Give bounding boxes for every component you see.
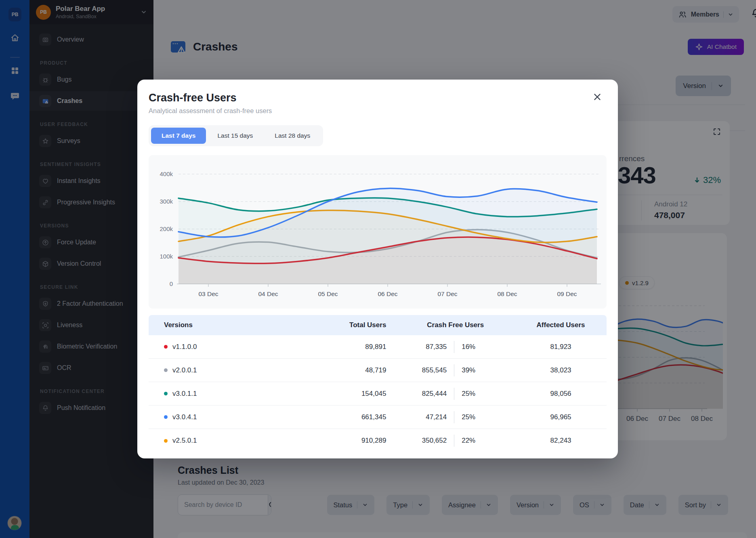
modal-title: Crash-free Users — [149, 92, 607, 104]
version-cell: v1.1.0.0 — [172, 343, 197, 351]
affected-users-cell: 81,923 — [515, 343, 607, 351]
table-header-row: Versions Total Users Crash Free Users Af… — [149, 315, 607, 335]
svg-text:09 Dec: 09 Dec — [557, 290, 577, 297]
series-dot — [164, 415, 168, 419]
series-dot — [164, 392, 168, 395]
table-row[interactable]: v3.0.4.1 661,345 47,214 25% 96,965 — [149, 406, 607, 429]
total-users-cell: 89,891 — [300, 343, 396, 351]
total-users-cell: 154,045 — [300, 390, 396, 398]
crash-free-pct-cell: 39% — [454, 366, 515, 374]
modal-subtitle: Analytical assessment of crash-free user… — [149, 107, 607, 115]
svg-text:200k: 200k — [160, 225, 173, 232]
total-users-cell: 910,289 — [300, 437, 396, 445]
series-dot — [164, 439, 168, 443]
series-dot — [164, 345, 168, 349]
table-row[interactable]: v3.0.1.1 154,045 825,444 25% 98,056 — [149, 382, 607, 406]
svg-text:300k: 300k — [160, 198, 173, 205]
total-users-cell: 661,345 — [300, 413, 396, 421]
crash-free-pct-cell: 16% — [454, 343, 515, 351]
total-users-cell: 48,719 — [300, 366, 396, 374]
svg-text:07 Dec: 07 Dec — [437, 290, 457, 297]
table-row[interactable]: v2.5.0.1 910,289 350,652 22% 82,243 — [149, 429, 607, 452]
crash-free-users-cell: 87,335 — [396, 343, 454, 351]
tab-last-15-days[interactable]: Last 15 days — [207, 128, 263, 144]
affected-users-cell: 98,056 — [515, 390, 607, 398]
affected-users-cell: 38,023 — [515, 366, 607, 374]
svg-text:03 Dec: 03 Dec — [198, 290, 218, 297]
table-row[interactable]: v2.0.0.1 48,719 855,545 39% 38,023 — [149, 359, 607, 382]
tab-last-7-days[interactable]: Last 7 days — [151, 128, 206, 144]
affected-users-cell: 96,965 — [515, 413, 607, 421]
crash-free-pct-cell: 25% — [454, 390, 515, 398]
crash-free-users-cell: 47,214 — [396, 413, 454, 421]
crash-free-users-cell: 855,545 — [396, 366, 454, 374]
svg-text:04 Dec: 04 Dec — [258, 290, 278, 297]
header-total-users: Total Users — [300, 321, 396, 329]
close-icon[interactable] — [591, 91, 603, 103]
versions-table: Versions Total Users Crash Free Users Af… — [149, 315, 607, 452]
chart-panel: 0100k200k300k400k03 Dec04 Dec05 Dec06 De… — [149, 155, 607, 309]
svg-text:400k: 400k — [160, 170, 173, 177]
svg-text:06 Dec: 06 Dec — [378, 290, 397, 297]
svg-text:0: 0 — [170, 280, 173, 287]
series-dot — [164, 368, 168, 372]
table-body: v1.1.0.0 89,891 87,335 16% 81,923 v2.0.0… — [149, 335, 607, 452]
version-cell: v3.0.4.1 — [172, 413, 197, 421]
crash-free-pct-cell: 25% — [454, 413, 515, 421]
crash-free-pct-cell: 22% — [454, 437, 515, 445]
version-cell: v2.5.0.1 — [172, 437, 197, 445]
crash-free-users-line-chart: 0100k200k300k400k03 Dec04 Dec05 Dec06 De… — [149, 155, 607, 309]
crash-free-users-cell: 825,444 — [396, 390, 454, 398]
table-row[interactable]: v1.1.0.0 89,891 87,335 16% 81,923 — [149, 335, 607, 359]
tab-last-28-days[interactable]: Last 28 days — [264, 128, 321, 144]
crash-free-users-cell: 350,652 — [396, 437, 454, 445]
version-cell: v2.0.0.1 — [172, 366, 197, 374]
header-crash-free-users: Crash Free Users — [396, 321, 515, 329]
svg-text:08 Dec: 08 Dec — [497, 290, 517, 297]
date-range-tabs: Last 7 daysLast 15 daysLast 28 days — [149, 125, 323, 146]
crash-free-users-modal: Crash-free Users Analytical assessment o… — [137, 80, 618, 458]
app-window: PB PB Polar Bear App Android, SandBox Ov… — [0, 0, 756, 538]
version-cell: v3.0.1.1 — [172, 390, 197, 398]
header-affected-users: Affected Users — [515, 321, 607, 329]
header-versions: Versions — [149, 321, 300, 329]
affected-users-cell: 82,243 — [515, 437, 607, 445]
svg-text:100k: 100k — [160, 253, 173, 260]
svg-text:05 Dec: 05 Dec — [318, 290, 338, 297]
